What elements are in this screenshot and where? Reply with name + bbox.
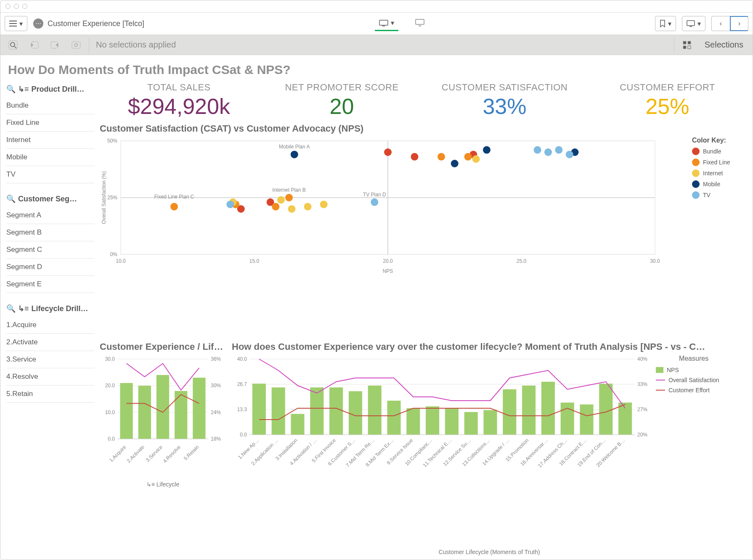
filter-item-lifecycle[interactable]: 2.Activate [6,334,95,351]
bar[interactable] [368,386,382,435]
kpi-csat[interactable]: CUSTOMER SATISFACTION 33% [425,82,584,119]
bookmark-button[interactable]: ▾ [655,16,676,31]
filter-item-product[interactable]: Bundle [6,97,95,114]
nav-back-button[interactable]: ‹ [711,16,730,31]
scatter-point[interactable] [437,153,445,161]
scatter-point[interactable] [555,146,562,154]
legend-item[interactable]: Customer Effort [656,387,732,394]
bar[interactable] [503,389,516,435]
filter-item-segment[interactable]: Segment E [6,276,95,293]
scatter-point[interactable] [566,151,573,158]
nav-forward-button[interactable]: › [730,16,748,31]
window-dot[interactable] [14,4,19,9]
search-icon[interactable]: 🔍 [6,85,16,94]
scatter-point[interactable] [464,153,472,161]
scatter-point[interactable] [288,205,295,213]
moment-of-truth-chart[interactable]: How does Customer Experience vary over t… [232,341,747,555]
scatter-point[interactable] [451,160,459,167]
present-view-button[interactable] [415,19,424,28]
search-icon[interactable]: 🔍 [6,304,16,313]
bar[interactable] [464,412,478,435]
legend-item[interactable]: Overall Satisfaction [656,377,732,383]
scatter-point[interactable] [272,203,279,211]
bar[interactable] [120,383,133,439]
svg-text:25%: 25% [107,195,117,201]
sheet-view-button[interactable]: ▾ [375,16,398,31]
bar[interactable] [349,391,362,435]
bar[interactable] [329,388,343,435]
search-icon[interactable]: 🔍 [6,194,16,203]
bar[interactable] [252,384,266,435]
scatter-plot[interactable]: 0%25%50%10.015.020.025.030.0Fixed Line P… [100,137,688,275]
filter-item-lifecycle[interactable]: 1.Acquire [6,317,95,334]
scatter-point[interactable] [534,146,541,154]
filter-item-product[interactable]: TV [6,166,95,183]
legend-item[interactable]: Fixed Line [692,158,747,166]
kpi-nps[interactable]: NET PROMOTER SCORE 20 [262,82,421,119]
bar[interactable] [561,403,574,435]
legend-item[interactable]: Bundle [692,148,747,155]
legend-item[interactable]: Mobile [692,180,747,188]
bar[interactable] [522,386,536,435]
scatter-point[interactable] [384,148,392,156]
big-combo-chart[interactable]: 0.013.326.740.020%27%33%40%1.New Ap…2.Ap… [232,355,652,481]
filter-item-segment[interactable]: Segment D [6,259,95,276]
bar[interactable] [426,407,439,435]
scatter-point[interactable] [483,146,491,154]
legend-item[interactable]: NPS [656,367,732,373]
filter-item-product[interactable]: Mobile [6,149,95,166]
kpi-effort[interactable]: CUSTOMER EFFORT 25% [588,82,747,119]
scatter-point[interactable] [304,203,312,211]
scatter-point[interactable] [320,201,328,208]
filter-item-segment[interactable]: Segment A [6,207,95,224]
scatter-point[interactable] [277,196,285,203]
bar[interactable] [193,378,205,439]
scatter-point[interactable] [226,201,234,208]
bar[interactable] [483,410,497,435]
scatter-point[interactable] [170,203,178,211]
bar[interactable] [272,388,285,435]
bar[interactable] [387,401,400,435]
step-back-icon[interactable] [26,38,42,52]
bar[interactable] [580,404,593,435]
mini-combo-chart[interactable]: 0.010.020.030.018%24%30%36%1.Acquire2.Ac… [100,355,226,481]
menu-button[interactable]: ▾ [5,16,27,31]
bar[interactable] [541,382,555,435]
filter-item-lifecycle[interactable]: 3.Service [6,351,95,368]
bar[interactable] [406,408,420,435]
scatter-point[interactable] [472,155,480,163]
scatter-point[interactable] [371,198,378,206]
scatter-point[interactable] [285,194,293,201]
clear-selections-icon[interactable] [68,38,85,52]
filter-item-product[interactable]: Internet [6,132,95,149]
bar[interactable] [291,414,304,435]
window-dot[interactable] [22,4,27,9]
filter-item-product[interactable]: Fixed Line [6,114,95,132]
legend-swatch-icon [656,367,663,373]
bar[interactable] [599,384,612,435]
bar[interactable] [156,375,169,439]
sheets-button[interactable]: ▾ [682,16,705,31]
kpi-total-sales[interactable]: TOTAL SALES $294,920k [100,82,258,119]
scatter-chart[interactable]: Customer Satisfaction (CSAT) vs Customer… [100,123,747,337]
bar[interactable] [445,408,459,435]
filter-item-segment[interactable]: Segment C [6,241,95,259]
filter-item-lifecycle[interactable]: 5.Retain [6,386,95,403]
window-dot[interactable] [5,4,11,9]
bar[interactable] [175,391,187,439]
selections-label[interactable]: Selections [700,40,748,50]
filter-item-segment[interactable]: Segment B [6,224,95,241]
scatter-point[interactable] [291,151,298,158]
selections-tool-icon[interactable] [679,38,695,52]
bar[interactable] [310,388,323,435]
bar[interactable] [618,403,632,435]
step-forward-icon[interactable] [47,38,64,52]
bar[interactable] [138,386,151,439]
smart-search-icon[interactable] [5,38,21,52]
scatter-point[interactable] [411,153,419,161]
scatter-point[interactable] [544,148,552,156]
filter-item-lifecycle[interactable]: 4.Resolve [6,368,95,386]
lifecycle-mini-chart[interactable]: Customer Experience / Lifecyc… 0.010.020… [100,341,226,555]
legend-item[interactable]: Internet [692,169,747,177]
legend-item[interactable]: TV [692,191,747,199]
